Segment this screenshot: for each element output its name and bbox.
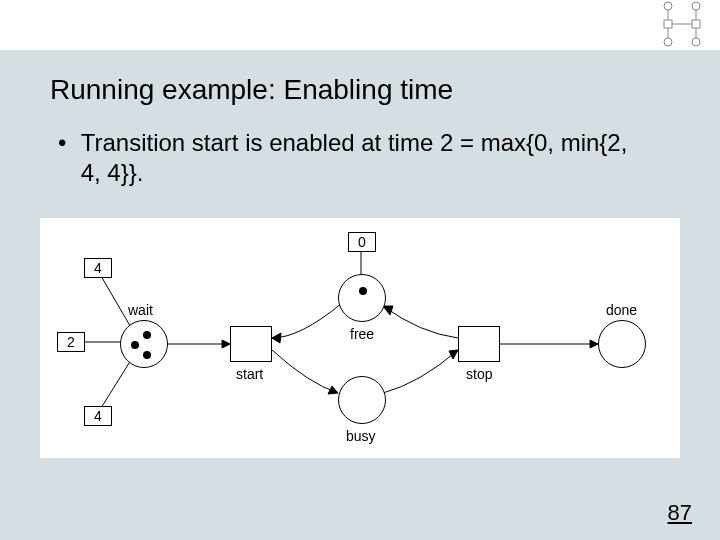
- svg-rect-2: [664, 20, 672, 28]
- svg-point-1: [692, 2, 700, 10]
- svg-marker-21: [272, 333, 281, 343]
- label-free: free: [350, 326, 374, 342]
- timestamp-wait-left: 2: [57, 332, 85, 352]
- place-wait: [120, 320, 168, 368]
- token: [143, 351, 151, 359]
- svg-marker-23: [449, 350, 458, 359]
- slide-title: Running example: Enabling time: [50, 74, 453, 106]
- transition-start: [230, 326, 272, 362]
- label-start: start: [236, 366, 263, 382]
- label-stop: stop: [466, 366, 492, 382]
- page-number: 87: [668, 500, 692, 526]
- place-busy: [338, 376, 386, 424]
- label-busy: busy: [346, 428, 376, 444]
- timestamp-wait-top: 4: [84, 258, 112, 278]
- label-done: done: [606, 302, 637, 318]
- place-free: [338, 274, 386, 322]
- bullet-text: Transition start is enabled at time 2 = …: [81, 128, 641, 188]
- svg-marker-22: [328, 386, 338, 394]
- timestamp-free: 0: [348, 232, 376, 252]
- petri-net-diagram: 4 2 4 0 wait start free busy stop done: [40, 218, 680, 458]
- header-band: [0, 0, 720, 50]
- svg-marker-26: [590, 340, 598, 348]
- bullet-item: • Transition start is enabled at time 2 …: [58, 128, 658, 188]
- svg-point-4: [664, 38, 672, 46]
- token: [143, 331, 151, 339]
- place-done: [598, 320, 646, 368]
- label-wait: wait: [128, 302, 153, 318]
- timestamp-wait-bottom: 4: [84, 406, 112, 426]
- token: [359, 287, 367, 295]
- transition-stop: [458, 326, 500, 362]
- svg-point-5: [692, 38, 700, 46]
- bullet-marker: •: [58, 128, 74, 158]
- decorative-diagram-icon: [654, 0, 710, 52]
- svg-marker-24: [383, 306, 393, 315]
- svg-point-0: [664, 2, 672, 10]
- token: [131, 341, 139, 349]
- svg-rect-3: [692, 20, 700, 28]
- svg-marker-18: [222, 340, 230, 348]
